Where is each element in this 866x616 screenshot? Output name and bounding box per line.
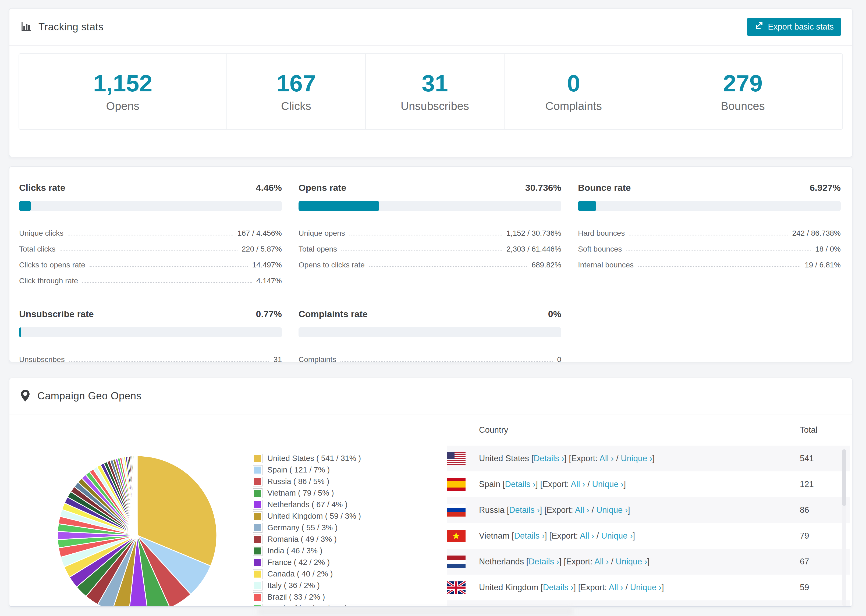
rate-row-label: Unsubscribes (19, 355, 65, 364)
details-link[interactable]: Details › (514, 531, 545, 541)
table-scrollbar[interactable] (842, 449, 846, 606)
legend-label: United States ( 541 / 31% ) (267, 454, 361, 463)
details-link[interactable]: Details › (505, 479, 536, 489)
geo-table-header: Country Total (447, 415, 850, 446)
legend-swatch (253, 511, 263, 521)
export-all-link[interactable]: All › (609, 583, 623, 592)
rate-row: Total opens2,303 / 61.446% (299, 237, 561, 253)
legend-label: Italy ( 36 / 2% ) (267, 581, 320, 590)
rate-row-label: Unique opens (299, 229, 345, 237)
rate-percent: 30.736% (525, 182, 561, 193)
export-icon (754, 21, 764, 33)
progress-bar (299, 327, 561, 337)
rate-row: Hard bounces242 / 86.738% (578, 222, 841, 237)
dotted-leader (69, 361, 269, 362)
rate-row: Clicks to opens rate14.497% (19, 253, 282, 269)
rate-card-complaints-rate: Complaints rate0%Complaints0 (299, 309, 561, 364)
stat-value: 279 (723, 71, 763, 95)
legend-label: France ( 42 / 2% ) (267, 558, 330, 567)
country-cell: United States [Details ›] [Export: All ›… (479, 454, 655, 464)
country-name: Netherlands (479, 557, 524, 566)
country-name: Russia (479, 505, 505, 515)
legend-swatch (253, 534, 263, 544)
export-unique-link[interactable]: Unique › (630, 583, 661, 592)
rate-title: Clicks rate (19, 182, 65, 193)
details-link[interactable]: Details › (543, 583, 574, 592)
export-basic-stats-button[interactable]: Export basic stats (747, 18, 841, 36)
legend-swatch (253, 500, 263, 509)
country-cell: Vietnam [Details ›] [Export: All › / Uni… (479, 531, 635, 541)
legend-item: Russia ( 86 / 5% ) (253, 476, 361, 487)
rate-row: Unique opens1,152 / 30.736% (299, 222, 561, 237)
progress-bar (19, 327, 282, 337)
column-header-total: Total (800, 425, 850, 435)
stats-summary-row: 1,152Opens167Clicks31Unsubscribes0Compla… (19, 53, 843, 130)
export-button-label: Export basic stats (768, 22, 834, 32)
tracking-stats-card: Tracking stats Export basic stats 1,152O… (9, 8, 853, 157)
progress-bar (299, 201, 561, 211)
export-all-link[interactable]: All › (594, 557, 609, 566)
legend-item: France ( 42 / 2% ) (253, 556, 361, 568)
table-scrollbar-thumb[interactable] (842, 449, 846, 506)
rate-row-label: Click through rate (19, 277, 78, 285)
rate-row: Opens to clicks rate689.82% (299, 253, 561, 269)
rate-title: Opens rate (299, 182, 346, 193)
legend-item: United Kingdom ( 59 / 3% ) (253, 511, 361, 522)
export-unique-link[interactable]: Unique › (601, 531, 633, 541)
rate-title: Unsubscribe rate (19, 309, 94, 319)
export-all-link[interactable]: All › (571, 479, 585, 489)
legend-label: Netherlands ( 67 / 4% ) (267, 500, 348, 509)
export-unique-link[interactable]: Unique › (621, 454, 652, 463)
legend-swatch (253, 569, 263, 579)
legend-swatch (253, 454, 263, 464)
legend-label: Romania ( 49 / 3% ) (267, 535, 337, 544)
geo-table-row-spain: Spain [Details ›] [Export: All › / Uniqu… (447, 471, 850, 497)
rate-card-bounce-rate: Bounce rate6.927%Hard bounces242 / 86.73… (578, 182, 841, 285)
legend-label: India ( 46 / 3% ) (267, 546, 323, 555)
export-unique-link[interactable]: Unique › (616, 557, 647, 566)
export-all-link[interactable]: All › (575, 505, 589, 515)
rate-row: Complaints0 (299, 348, 561, 364)
rate-card-header: Complaints rate0% (299, 309, 561, 319)
dotted-leader (626, 250, 811, 251)
details-link[interactable]: Details › (534, 454, 564, 463)
dotted-leader (350, 235, 502, 236)
country-name: Vietnam (479, 531, 509, 541)
dotted-leader (340, 361, 553, 362)
rate-row-label: Clicks to opens rate (19, 261, 85, 269)
export-unique-link[interactable]: Unique › (596, 505, 628, 515)
legend-label: United Kingdom ( 59 / 3% ) (267, 512, 361, 520)
legend-label: Brazil ( 33 / 2% ) (267, 592, 325, 602)
stat-value: 0 (567, 71, 580, 95)
details-link[interactable]: Details › (509, 505, 540, 515)
geo-table-row-vietnam: ★Vietnam [Details ›] [Export: All › / Un… (447, 523, 850, 549)
geo-title: Campaign Geo Opens (38, 390, 142, 402)
export-all-link[interactable]: All › (600, 454, 614, 463)
dotted-leader (629, 235, 788, 236)
rate-row-value: 4.147% (256, 277, 282, 285)
geo-body: United States ( 541 / 31% )Spain ( 121 /… (9, 415, 852, 606)
stat-box-bounces: 279Bounces (643, 54, 842, 129)
campaign-geo-opens-card: Campaign Geo Opens United States ( 541 /… (9, 378, 853, 607)
rate-row: Internal bounces19 / 6.81% (578, 253, 841, 269)
rate-row: Unsubscribes31 (19, 348, 282, 364)
export-all-link[interactable]: All › (580, 531, 594, 541)
stat-label: Opens (106, 101, 140, 112)
rate-card-unsubscribe-rate: Unsubscribe rate0.77%Unsubscribes31 (19, 309, 282, 364)
rate-row-label: Total clicks (19, 245, 55, 253)
geo-table-row-russia: Russia [Details ›] [Export: All › / Uniq… (447, 497, 850, 523)
legend-item: South Africa ( 29 / 2% ) (253, 603, 361, 607)
country-name: United States (479, 454, 529, 463)
stat-label: Clicks (281, 101, 311, 112)
legend-label: South Africa ( 29 / 2% ) (267, 604, 348, 607)
legend-item: India ( 46 / 3% ) (253, 545, 361, 556)
geo-table-row-germany: Germany [Details ›] [Export: All › / Uni… (447, 600, 850, 607)
legend-label: Spain ( 121 / 7% ) (267, 465, 330, 475)
details-link[interactable]: Details › (529, 557, 559, 566)
country-name: Spain (479, 479, 500, 489)
stat-box-unsubscribes: 31Unsubscribes (365, 54, 504, 129)
rate-row-value: 31 (274, 355, 282, 364)
export-unique-link[interactable]: Unique › (592, 479, 624, 489)
country-cell: United Kingdom [Details ›] [Export: All … (479, 583, 664, 592)
us-flag (447, 452, 466, 465)
